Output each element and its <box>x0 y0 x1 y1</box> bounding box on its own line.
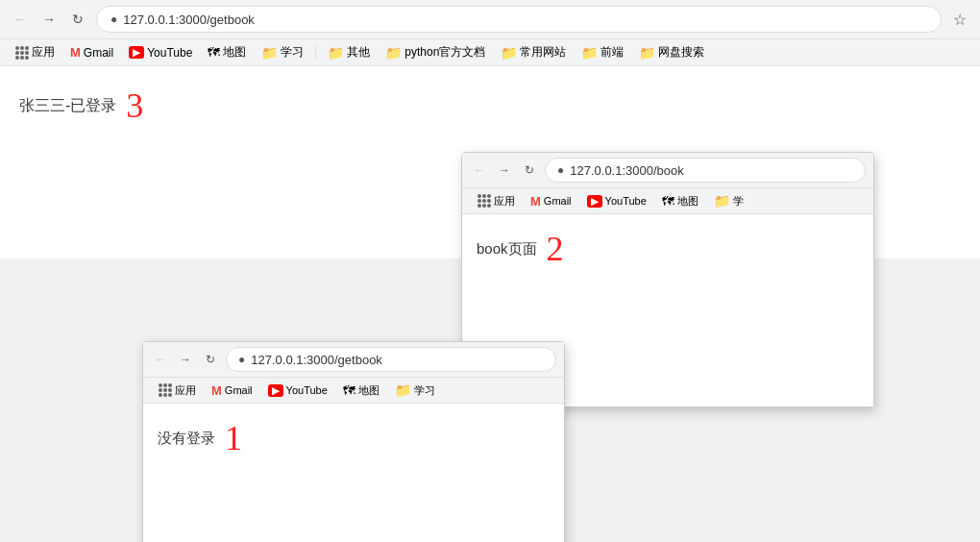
learn-label: 学习 <box>281 44 304 61</box>
bookmark-maps[interactable]: 🗺 地图 <box>202 42 252 62</box>
b2-page-number: 2 <box>547 229 564 269</box>
folder-icon-common: 📁 <box>501 45 517 61</box>
bookmark-frontend[interactable]: 📁 前端 <box>576 42 629 62</box>
b1-page-content: 没有登录 1 <box>143 404 564 542</box>
netdisk-label: 网盘搜索 <box>658 44 704 61</box>
b1-page-text-container: 没有登录 1 <box>158 418 550 458</box>
bookmark-other[interactable]: 📁 其他 <box>322 42 376 62</box>
python-label: python官方文档 <box>404 44 485 61</box>
b2-maps-icon: 🗺 <box>662 194 674 209</box>
b2-back-button[interactable]: ← <box>470 160 489 180</box>
b2-page-text-container: book页面 2 <box>477 229 859 269</box>
browser-1-toolbar: ← → ↻ ● 127.0.0.1:3000/getbook <box>143 342 564 377</box>
b1-forward-button[interactable]: → <box>176 350 195 369</box>
url-text: 127.0.0.1:3000/getbook <box>123 12 255 27</box>
folder-icon-other: 📁 <box>328 45 344 61</box>
b1-apps-icon <box>159 383 172 397</box>
b1-bookmark-youtube[interactable]: ▶ YouTube <box>262 382 333 399</box>
main-page-text: 张三三-已登录 <box>19 96 116 116</box>
b2-bookmark-apps[interactable]: 应用 <box>472 192 521 210</box>
b1-url-text: 127.0.0.1:3000/getbook <box>251 353 382 367</box>
b1-page-text: 没有登录 <box>158 430 215 448</box>
main-bookmarks-bar: 应用 M Gmail ▶ YouTube 🗺 地图 📁 学习 <box>0 38 980 65</box>
b1-maps-icon: 🗺 <box>343 383 355 398</box>
b2-secure-icon: ● <box>557 163 564 177</box>
browser-2-toolbar: ← → ↻ ● 127.0.0.1:3000/book <box>462 153 873 187</box>
b1-gmail-icon: M <box>211 383 222 398</box>
bookmark-netdisk[interactable]: 📁 网盘搜索 <box>633 42 710 62</box>
bookmark-divider <box>315 46 316 60</box>
b2-bookmark-gmail[interactable]: M Gmail <box>525 192 577 210</box>
browser-2-chrome: ← → ↻ ● 127.0.0.1:3000/book 应用 M <box>462 153 873 214</box>
main-browser-chrome: ← → ↻ ● 127.0.0.1:3000/getbook ☆ 应用 M <box>0 0 980 66</box>
b2-forward-button[interactable]: → <box>495 160 514 180</box>
apps-label: 应用 <box>32 44 55 61</box>
b2-gmail-label: Gmail <box>544 195 572 207</box>
b1-bookmarks-bar: 应用 M Gmail ▶ YouTube 🗺 地图 📁 学习 <box>143 377 564 403</box>
main-page-number: 3 <box>126 86 143 126</box>
bookmark-youtube[interactable]: ▶ YouTube <box>123 44 198 62</box>
b2-bookmark-learn[interactable]: 📁 学 <box>708 191 749 210</box>
maps-icon: 🗺 <box>208 45 220 60</box>
other-label: 其他 <box>347 44 370 61</box>
b2-bookmarks-bar: 应用 M Gmail ▶ YouTube 🗺 地图 📁 学 <box>462 187 873 213</box>
bookmark-apps[interactable]: 应用 <box>10 42 61 62</box>
youtube-label: YouTube <box>147 46 192 60</box>
b2-gmail-icon: M <box>530 194 541 209</box>
b1-youtube-icon: ▶ <box>268 384 283 397</box>
b1-folder-icon: 📁 <box>395 382 411 398</box>
apps-icon <box>15 46 29 60</box>
address-bar[interactable]: ● 127.0.0.1:3000/getbook <box>96 6 942 33</box>
b1-bookmark-learn[interactable]: 📁 学习 <box>389 381 441 400</box>
bookmark-common[interactable]: 📁 常用网站 <box>495 42 572 62</box>
main-toolbar: ← → ↻ ● 127.0.0.1:3000/getbook ☆ <box>0 0 980 38</box>
b2-maps-label: 地图 <box>677 194 698 209</box>
b2-address-bar[interactable]: ● 127.0.0.1:3000/book <box>545 158 866 183</box>
b2-youtube-label: YouTube <box>605 195 647 207</box>
b1-back-button[interactable]: ← <box>151 350 170 369</box>
b2-bookmark-maps[interactable]: 🗺 地图 <box>656 192 704 210</box>
b2-apps-label: 应用 <box>494 194 515 209</box>
browser-1: ← → ↻ ● 127.0.0.1:3000/getbook 应用 M <box>142 341 565 542</box>
bookmark-gmail[interactable]: M Gmail <box>64 43 119 62</box>
b1-learn-label: 学习 <box>414 383 435 398</box>
gmail-label: Gmail <box>84 46 113 60</box>
folder-icon-python: 📁 <box>385 45 402 61</box>
youtube-icon: ▶ <box>129 46 144 59</box>
b1-youtube-label: YouTube <box>286 384 328 396</box>
folder-icon: 📁 <box>261 45 278 61</box>
b2-apps-icon <box>478 194 491 208</box>
bookmark-python[interactable]: 📁 python官方文档 <box>380 42 491 62</box>
b2-youtube-icon: ▶ <box>587 195 602 208</box>
bookmark-star-button[interactable]: ☆ <box>949 9 970 30</box>
back-button[interactable]: ← <box>10 9 31 30</box>
secure-icon: ● <box>110 12 117 26</box>
reload-button[interactable]: ↻ <box>67 9 88 30</box>
common-label: 常用网站 <box>520 44 566 61</box>
b2-learn-label: 学 <box>733 194 744 209</box>
b2-folder-icon: 📁 <box>714 193 730 209</box>
b1-bookmark-maps[interactable]: 🗺 地图 <box>337 382 385 400</box>
browser-1-chrome: ← → ↻ ● 127.0.0.1:3000/getbook 应用 M <box>143 342 564 404</box>
b1-page-number: 1 <box>225 418 242 458</box>
b1-apps-label: 应用 <box>175 383 196 398</box>
b1-maps-label: 地图 <box>358 383 380 398</box>
b1-bookmark-gmail[interactable]: M Gmail <box>206 382 258 400</box>
b2-url-text: 127.0.0.1:3000/book <box>570 163 684 178</box>
main-page-text-container: 张三三-已登录 3 <box>19 86 961 126</box>
b2-reload-button[interactable]: ↻ <box>520 160 539 180</box>
b1-bookmark-apps[interactable]: 应用 <box>153 382 202 400</box>
b1-gmail-label: Gmail <box>225 384 253 396</box>
bookmark-learn[interactable]: 📁 学习 <box>256 42 309 62</box>
b1-secure-icon: ● <box>238 353 245 366</box>
frontend-label: 前端 <box>600 44 624 61</box>
folder-icon-netdisk: 📁 <box>639 45 655 61</box>
gmail-icon: M <box>70 45 81 60</box>
b1-address-bar[interactable]: ● 127.0.0.1:3000/getbook <box>226 347 556 372</box>
b2-page-text: book页面 <box>477 240 537 259</box>
b1-reload-button[interactable]: ↻ <box>201 350 220 369</box>
b2-bookmark-youtube[interactable]: ▶ YouTube <box>581 193 652 209</box>
maps-label: 地图 <box>223 44 246 61</box>
forward-button[interactable]: → <box>38 9 60 30</box>
folder-icon-frontend: 📁 <box>581 45 598 61</box>
